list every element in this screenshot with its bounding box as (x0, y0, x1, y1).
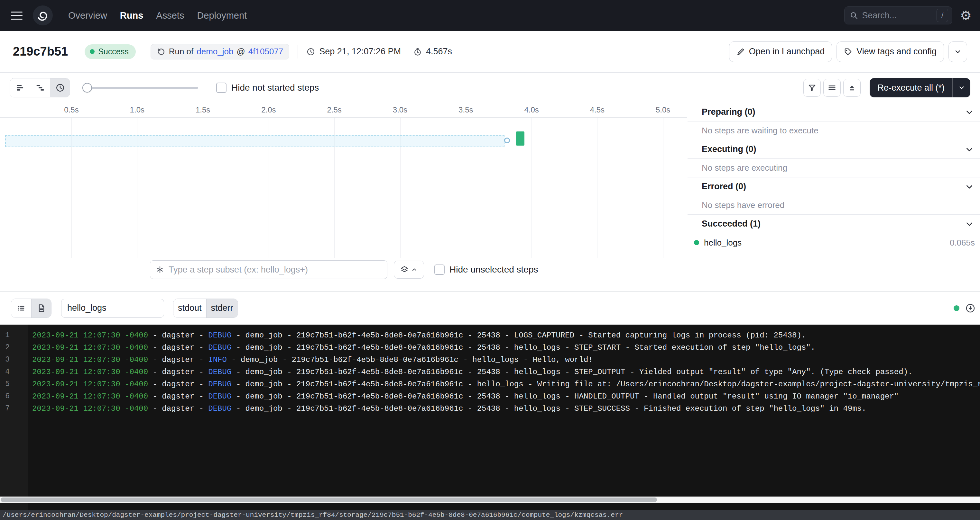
top-nav: OverviewRunsAssetsDeployment / ⚙ (0, 0, 980, 31)
step-subset-row: Hide unselected steps (150, 260, 538, 279)
reexecute-dropdown-button[interactable] (952, 78, 970, 97)
reexecute-all-button[interactable]: Re-execute all (*) (870, 78, 952, 97)
filter-button[interactable] (803, 79, 821, 97)
axis-tick: 5.0s (656, 105, 670, 114)
log-source: - dagster - (148, 355, 208, 364)
op-selector-icon (155, 265, 164, 274)
gantt-axis: 0.5s1.0s1.5s2.0s2.5s3.0s3.5s4.0s4.5s5.0s (0, 103, 687, 117)
funnel-icon (808, 83, 816, 92)
search-box: / (844, 6, 952, 24)
hamburger-menu-icon[interactable] (11, 9, 22, 22)
run-actions-dropdown-button[interactable] (948, 41, 967, 62)
commit-link[interactable]: 4f105077 (248, 47, 283, 57)
run-header: 219c7b51 Success Run of demo_job @ 4f105… (0, 31, 980, 73)
log-line: 12023-09-21 12:07:30 -0400 - dagster - D… (0, 329, 980, 341)
stdio-toggle: stdout stderr (173, 298, 238, 318)
hide-unselected-checkbox[interactable] (434, 265, 445, 275)
nav-item-deployment[interactable]: Deployment (197, 10, 247, 21)
step-row[interactable]: hello_logs0.065s (687, 233, 980, 252)
log-source: - dagster - (148, 404, 208, 413)
hide-not-started-checkbox[interactable] (216, 82, 226, 93)
log-line-number: 2 (0, 343, 10, 352)
axis-tick: 2.5s (327, 105, 342, 114)
log-lines: 12023-09-21 12:07:30 -0400 - dagster - D… (0, 329, 980, 415)
view-tags-config-label: View tags and config (856, 47, 937, 57)
flat-view-icon (15, 83, 25, 93)
log-message: - demo_job - 219c7b51-b62f-4e5b-8de8-0e7… (231, 392, 899, 401)
gear-icon[interactable]: ⚙ (960, 9, 972, 22)
log-message: - demo_job - 219c7b51-b62f-4e5b-8de8-0e7… (231, 343, 815, 352)
step-subset-input[interactable] (169, 265, 382, 275)
flat-view-button[interactable] (10, 78, 30, 97)
timed-view-button[interactable] (50, 78, 70, 97)
download-icon[interactable] (965, 303, 975, 313)
open-in-launchpad-label: Open in Launchpad (749, 47, 825, 57)
eject-button[interactable] (843, 79, 861, 97)
step-name: hello_logs (704, 238, 741, 248)
stdout-tab[interactable]: stdout (173, 299, 206, 317)
view-tags-config-button[interactable]: View tags and config (837, 41, 944, 62)
log-line-content: 2023-09-21 12:07:30 -0400 - dagster - DE… (32, 343, 815, 352)
log-line-number: 1 (0, 331, 10, 339)
raw-logs-button[interactable] (31, 299, 51, 317)
log-message: - demo_job - 219c7b51-b62f-4e5b-8de8-0e7… (227, 355, 593, 364)
rows-icon (827, 83, 837, 92)
log-line-content: 2023-09-21 12:07:30 -0400 - dagster - DE… (32, 331, 806, 340)
divider (298, 45, 298, 59)
nav-item-overview[interactable]: Overview (68, 10, 107, 21)
open-in-launchpad-button[interactable]: Open in Launchpad (729, 41, 832, 62)
section-title: Errored (0) (702, 182, 746, 192)
log-file-path-bar: /Users/erincochran/Desktop/dagster-examp… (0, 510, 980, 520)
chevron-up-icon (411, 266, 418, 273)
run-of-chip: Run of demo_job @ 4f105077 (151, 44, 290, 59)
section-header[interactable]: Errored (0) (687, 178, 980, 196)
nav-item-assets[interactable]: Assets (156, 10, 184, 21)
layers-icon (400, 265, 409, 274)
log-line-number: 3 (0, 355, 10, 364)
section-header[interactable]: Succeeded (1) (687, 215, 980, 233)
gantt-step-bar-hello-logs[interactable] (516, 132, 524, 146)
gantt-step-start-marker (504, 138, 510, 143)
search-input[interactable] (862, 11, 933, 21)
nav-items: OverviewRunsAssetsDeployment (68, 10, 247, 21)
axis-tick: 1.5s (196, 105, 210, 114)
hide-not-started-label: Hide not started steps (231, 82, 319, 93)
job-name-link[interactable]: demo_job (197, 47, 233, 57)
section-header[interactable]: Executing (0) (687, 140, 980, 159)
log-timestamp: 2023-09-21 12:07:30 -0400 (32, 355, 148, 364)
run-of-prefix: Run of (169, 47, 194, 57)
section-header[interactable]: Preparing (0) (687, 103, 980, 122)
log-line-number: 4 (0, 368, 10, 376)
reexecute-split-button: Re-execute all (*) (870, 78, 970, 97)
pencil-icon (737, 48, 745, 56)
step-subset-box (150, 260, 387, 279)
zoom-slider[interactable] (82, 82, 198, 93)
run-id-title: 219c7b51 (13, 45, 68, 59)
axis-tick: 0.5s (64, 105, 78, 114)
waterfall-view-button[interactable] (30, 78, 50, 97)
log-timestamp: 2023-09-21 12:07:30 -0400 (32, 368, 148, 376)
clock-icon (55, 83, 65, 93)
step-status-dot (694, 240, 699, 245)
log-source: - dagster - (148, 392, 208, 401)
slider-knob[interactable] (82, 83, 92, 93)
stderr-tab[interactable]: stderr (206, 299, 238, 317)
gantt-view-toggle (10, 78, 70, 97)
nav-item-runs[interactable]: Runs (120, 10, 143, 21)
structured-logs-button[interactable] (11, 299, 31, 317)
log-horizontal-scrollbar (0, 496, 980, 503)
dagster-logo[interactable] (32, 5, 53, 26)
log-message: - demo_job - 219c7b51-b62f-4e5b-8de8-0e7… (231, 380, 980, 388)
rows-button[interactable] (823, 79, 841, 97)
graph-options-button[interactable] (394, 261, 424, 279)
chevron-down-icon (965, 108, 974, 116)
waterfall-view-icon (35, 83, 45, 93)
log-step-filter-input[interactable] (67, 303, 158, 313)
log-source: - dagster - (148, 368, 208, 376)
scrollbar-thumb[interactable] (1, 498, 657, 502)
chevron-down-icon (954, 48, 962, 55)
log-level: DEBUG (208, 380, 231, 388)
log-source: - dagster - (148, 380, 208, 388)
gantt-chart: 0.5s1.0s1.5s2.0s2.5s3.0s3.5s4.0s4.5s5.0s… (0, 103, 687, 291)
tag-icon (844, 48, 852, 56)
